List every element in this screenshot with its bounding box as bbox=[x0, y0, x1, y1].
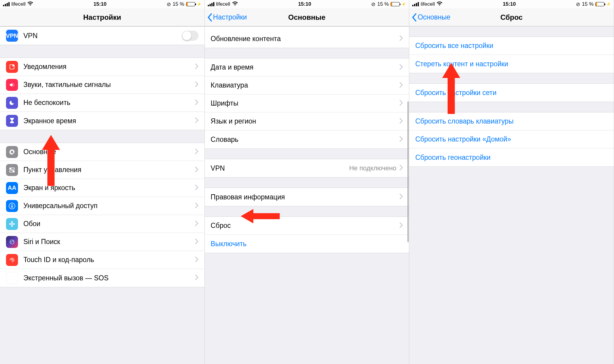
row-reset-location[interactable]: Сбросить геонастройки bbox=[409, 148, 614, 166]
row-label: Выключить bbox=[211, 240, 403, 248]
row-label: Экранное время bbox=[23, 117, 195, 125]
row-label: Обновление контента bbox=[211, 35, 400, 43]
settings-list[interactable]: VPN VPN Уведомления Звуки, тактильные си… bbox=[0, 26, 204, 287]
row-reset-network[interactable]: Сбросить настройки сети bbox=[409, 84, 614, 102]
siri-icon bbox=[6, 236, 18, 248]
carrier-label: lifecell bbox=[421, 1, 435, 7]
row-touchid[interactable]: Touch ID и код-пароль bbox=[0, 251, 204, 269]
orientation-lock-icon: ⊘ bbox=[576, 1, 580, 7]
reset-list[interactable]: Сбросить все настройки Стереть контент и… bbox=[409, 26, 614, 167]
clock: 15:10 bbox=[298, 1, 311, 7]
signal-icon bbox=[208, 2, 214, 6]
row-label: Сбросить все настройки bbox=[415, 42, 608, 50]
row-display[interactable]: AA Экран и яркость bbox=[0, 179, 204, 197]
row-wallpaper[interactable]: Обои bbox=[0, 215, 204, 233]
row-fonts[interactable]: Шрифты bbox=[205, 94, 409, 112]
battery-icon bbox=[391, 2, 400, 6]
row-accessibility[interactable]: Универсальный доступ bbox=[0, 197, 204, 215]
general-list[interactable]: Обновление контента Дата и время Клавиат… bbox=[205, 26, 409, 266]
clock: 15:10 bbox=[94, 1, 106, 7]
row-label: Словарь bbox=[211, 136, 400, 144]
row-label: Сбросить геонастройки bbox=[415, 154, 608, 162]
gear-icon bbox=[6, 146, 18, 158]
row-label: Экран и яркость bbox=[23, 184, 195, 192]
flower-icon bbox=[6, 218, 18, 230]
svg-point-10 bbox=[11, 225, 13, 227]
back-label: Основные bbox=[418, 13, 450, 21]
back-button[interactable]: Основные bbox=[412, 8, 450, 26]
chevron-right-icon bbox=[399, 136, 403, 143]
row-label: Siri и Поиск bbox=[23, 238, 195, 246]
row-background-refresh[interactable]: Обновление контента bbox=[205, 30, 409, 48]
row-language-region[interactable]: Язык и регион bbox=[205, 112, 409, 130]
row-control-center[interactable]: Пункт управления bbox=[0, 161, 204, 179]
row-label: Не беспокоить bbox=[23, 99, 195, 107]
row-label: Язык и регион bbox=[211, 117, 400, 125]
row-notifications[interactable]: Уведомления bbox=[0, 58, 204, 76]
wifi-icon bbox=[232, 1, 238, 7]
row-reset-all-settings[interactable]: Сбросить все настройки bbox=[409, 37, 614, 55]
row-keyboard[interactable]: Клавиатура bbox=[205, 76, 409, 94]
row-label: Клавиатура bbox=[211, 81, 400, 89]
wifi-icon bbox=[27, 1, 33, 7]
row-reset-home-layout[interactable]: Сбросить настройки «Домой» bbox=[409, 130, 614, 148]
svg-point-11 bbox=[9, 223, 11, 225]
status-bar: lifecell 15:10 ⊘ 15 % ⚡ bbox=[0, 0, 204, 8]
chevron-right-icon bbox=[399, 165, 403, 172]
chevron-right-icon bbox=[195, 184, 198, 192]
svg-point-7 bbox=[11, 204, 13, 205]
page-title: Настройки bbox=[83, 13, 121, 22]
row-label: Дата и время bbox=[211, 63, 400, 71]
accessibility-icon bbox=[6, 200, 18, 212]
text-size-icon: AA bbox=[6, 182, 18, 194]
chevron-right-icon bbox=[195, 81, 198, 88]
row-siri[interactable]: Siri и Поиск bbox=[0, 233, 204, 251]
back-label: Настройки bbox=[213, 13, 247, 21]
wifi-icon bbox=[437, 1, 443, 7]
row-shutdown[interactable]: Выключить bbox=[205, 235, 409, 253]
vpn-toggle[interactable] bbox=[182, 31, 198, 41]
charging-icon: ⚡ bbox=[606, 2, 611, 6]
chevron-right-icon bbox=[195, 63, 198, 70]
row-label: Touch ID и код-пароль bbox=[23, 256, 195, 264]
charging-icon: ⚡ bbox=[401, 2, 406, 6]
page-title: Сброс bbox=[500, 13, 523, 22]
row-label: Пункт управления bbox=[23, 166, 195, 174]
battery-percent: 15 % bbox=[377, 1, 389, 7]
page-title: Основные bbox=[288, 13, 325, 22]
svg-point-5 bbox=[13, 171, 14, 172]
nav-header: Настройки bbox=[0, 8, 204, 26]
chevron-right-icon bbox=[195, 166, 198, 174]
row-general[interactable]: Основные bbox=[0, 143, 204, 161]
row-reset-keyboard-dict[interactable]: Сбросить словарь клавиатуры bbox=[409, 112, 614, 130]
row-vpn[interactable]: VPN VPN bbox=[0, 27, 204, 45]
row-vpn[interactable]: VPN Не подключено bbox=[205, 159, 409, 177]
row-dictionary[interactable]: Словарь bbox=[205, 130, 409, 148]
row-dnd[interactable]: Не беспокоить bbox=[0, 94, 204, 112]
svg-point-9 bbox=[11, 221, 13, 223]
moon-icon bbox=[6, 97, 18, 109]
back-button[interactable]: Настройки bbox=[207, 8, 247, 26]
row-legal[interactable]: Правовая информация bbox=[205, 188, 409, 206]
scrollbar[interactable] bbox=[407, 101, 409, 242]
row-date-time[interactable]: Дата и время bbox=[205, 58, 409, 76]
row-reset[interactable]: Сброс bbox=[205, 217, 409, 235]
row-screentime[interactable]: Экранное время bbox=[0, 112, 204, 130]
row-erase-all-content[interactable]: Стереть контент и настройки bbox=[409, 55, 614, 73]
carrier-label: lifecell bbox=[11, 1, 25, 7]
nav-header: Основные Сброс bbox=[409, 8, 614, 26]
chevron-right-icon bbox=[195, 99, 198, 106]
row-sounds[interactable]: Звуки, тактильные сигналы bbox=[0, 76, 204, 94]
battery-percent: 15 % bbox=[582, 1, 594, 7]
svg-point-8 bbox=[11, 223, 13, 225]
row-label: Уведомления bbox=[23, 63, 195, 71]
chevron-right-icon bbox=[195, 117, 198, 124]
chevron-right-icon bbox=[195, 202, 198, 210]
row-sos[interactable]: SOS Экстренный вызов — SOS bbox=[0, 269, 204, 287]
row-label: Сбросить настройки сети bbox=[415, 89, 608, 97]
row-label: Обои bbox=[23, 220, 195, 228]
screen-settings: lifecell 15:10 ⊘ 15 % ⚡ Настройки VPN VP… bbox=[0, 0, 205, 364]
row-label: Сброс bbox=[211, 222, 400, 230]
row-label: Сбросить словарь клавиатуры bbox=[415, 117, 608, 125]
battery-percent: 15 % bbox=[173, 1, 184, 7]
